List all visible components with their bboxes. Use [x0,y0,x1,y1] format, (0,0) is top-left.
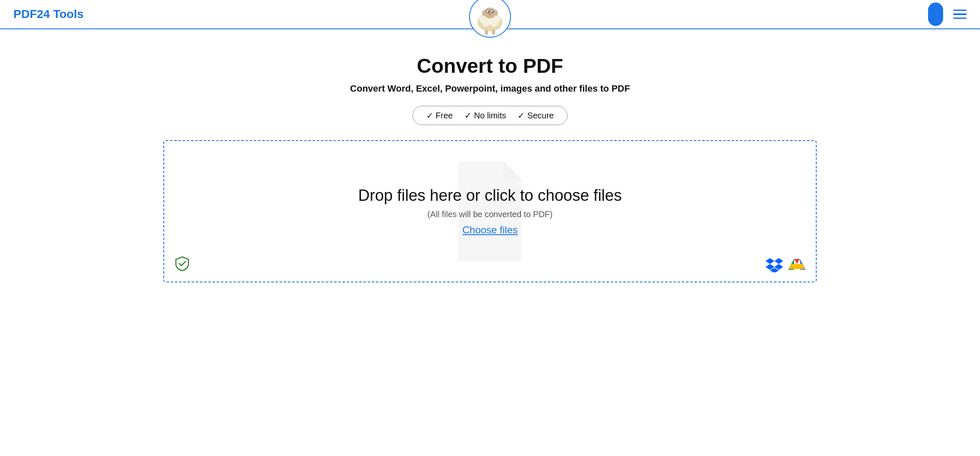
svg-point-18 [488,13,492,15]
drop-sub-text: (All files will be converted to PDF) [428,210,553,219]
svg-point-20 [490,14,491,15]
main-content: Convert to PDF Convert Word, Excel, Powe… [0,29,980,299]
file-dropzone[interactable]: Drop files here or click to choose files… [163,140,817,282]
google-drive-icon[interactable] [788,256,806,272]
choose-files-button[interactable]: Choose files [462,224,518,236]
header: PDF24 Tools [0,0,980,29]
mascot-container [469,0,511,38]
profile-icon[interactable] [928,3,943,26]
header-right [928,3,967,26]
svg-point-19 [489,14,490,15]
security-shield-icon [174,256,190,273]
badges-pill: ✓ Free ✓ No limits ✓ Secure [413,106,568,125]
svg-point-11 [488,11,489,13]
hamburger-menu-button[interactable] [953,10,967,19]
svg-point-21 [482,10,486,16]
cloud-storage-icons [766,256,806,272]
page-title: Convert to PDF [417,54,563,77]
svg-rect-24 [492,30,495,35]
dropzone-bottom-bar [174,256,806,273]
svg-marker-32 [789,264,805,269]
mascot-sheep-icon [471,0,509,36]
drop-main-text: Drop files here or click to choose files [358,187,622,205]
svg-point-22 [494,10,498,16]
svg-marker-33 [794,259,800,264]
badges-row: ✓ Free ✓ No limits ✓ Secure [413,106,568,125]
site-logo[interactable]: PDF24 Tools [13,8,84,21]
svg-point-12 [492,11,493,13]
dropzone-content: Drop files here or click to choose files… [358,187,622,236]
badge-free: ✓ Free [426,110,453,120]
svg-rect-23 [485,30,488,35]
mascot-circle [469,0,511,38]
badge-no-limits: ✓ No limits [464,110,506,120]
badge-secure: ✓ Secure [518,110,554,120]
page-subtitle: Convert Word, Excel, Powerpoint, images … [350,83,630,94]
dropbox-icon[interactable] [766,256,783,272]
